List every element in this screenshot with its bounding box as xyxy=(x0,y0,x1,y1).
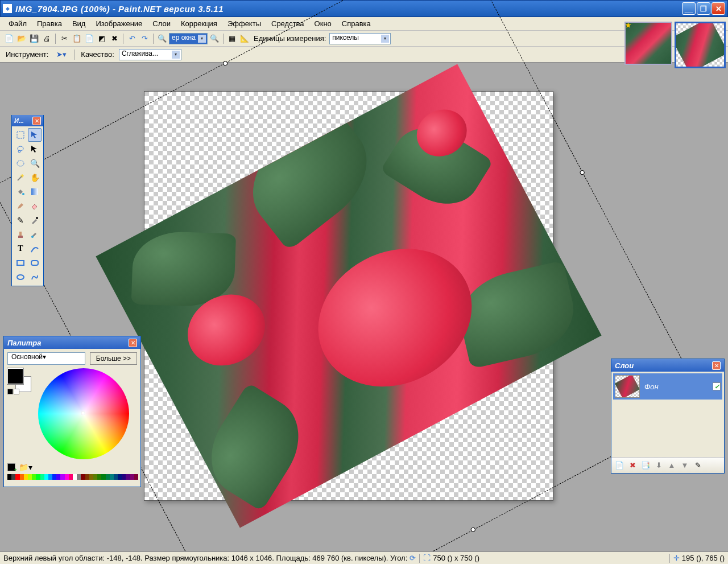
layers-panel-title[interactable]: Слои ✕ xyxy=(611,359,724,372)
swatch[interactable] xyxy=(44,474,48,480)
swatch[interactable] xyxy=(118,474,122,480)
move-selection-tool[interactable] xyxy=(28,128,42,142)
foreground-swatch[interactable] xyxy=(7,368,23,384)
pan-tool[interactable]: ✋ xyxy=(28,171,42,184)
swatch[interactable] xyxy=(36,474,40,480)
gradient-tool[interactable] xyxy=(28,185,42,199)
layers-close-button[interactable]: ✕ xyxy=(712,361,721,370)
swatch[interactable] xyxy=(93,474,97,480)
swatch[interactable] xyxy=(110,474,114,480)
freeform-tool[interactable] xyxy=(28,270,42,284)
duplicate-layer-button[interactable]: 📑 xyxy=(640,460,651,471)
merge-down-button[interactable]: ⬇ xyxy=(653,460,664,471)
eraser-tool[interactable] xyxy=(28,199,42,213)
redo-button[interactable]: ↷ xyxy=(139,33,150,44)
swatch[interactable] xyxy=(114,474,118,480)
rect-select-tool[interactable] xyxy=(14,128,27,142)
wheel-cursor[interactable] xyxy=(81,411,85,415)
swatch[interactable] xyxy=(7,474,11,480)
lasso-tool[interactable] xyxy=(14,142,27,156)
swatch[interactable] xyxy=(134,474,138,480)
swatch[interactable] xyxy=(122,474,126,480)
rectangle-tool[interactable] xyxy=(14,256,27,270)
swatch[interactable] xyxy=(81,474,85,480)
minimize-button[interactable]: __ xyxy=(682,2,696,15)
canvas[interactable] xyxy=(144,91,553,501)
ellipse-tool[interactable] xyxy=(14,270,27,284)
swatch-grid[interactable] xyxy=(7,474,138,483)
swatch[interactable] xyxy=(56,474,60,480)
brush-tool[interactable] xyxy=(14,199,27,213)
recolor-tool[interactable] xyxy=(28,228,42,241)
tools-panel-title[interactable]: И... ✕ xyxy=(12,115,43,126)
copy-button[interactable]: 📋 xyxy=(71,33,82,44)
swatch[interactable] xyxy=(40,474,44,480)
colors-panel-title[interactable]: Палитра ✕ xyxy=(4,336,140,349)
menu-help[interactable]: Справка xyxy=(337,18,376,29)
move-pixels-tool[interactable] xyxy=(28,142,42,156)
layer-visibility-checkbox[interactable]: ✓ xyxy=(713,382,721,390)
swatch[interactable] xyxy=(48,474,52,480)
zoom-combo[interactable]: ер окна▾ xyxy=(169,33,208,44)
ellipse-select-tool[interactable] xyxy=(14,157,27,170)
crop-button[interactable]: ◩ xyxy=(96,33,107,44)
mini-swatches[interactable] xyxy=(7,389,19,394)
new-button[interactable]: 📄 xyxy=(3,33,15,44)
print-button[interactable]: 🖨 xyxy=(41,33,52,44)
zoom-tool[interactable]: 🔍 xyxy=(28,157,42,170)
layer-row[interactable]: Фон ✓ xyxy=(613,373,722,400)
zoom-in-button[interactable]: 🔍 xyxy=(209,33,220,44)
swatch[interactable] xyxy=(97,474,101,480)
delete-layer-button[interactable]: ✖ xyxy=(627,460,638,471)
menu-adjustments[interactable]: Коррекция xyxy=(176,18,222,29)
text-tool[interactable]: T xyxy=(14,242,27,256)
swatch[interactable] xyxy=(130,474,134,480)
colors-close-button[interactable]: ✕ xyxy=(129,339,137,347)
close-button[interactable]: ✕ xyxy=(712,2,725,15)
swatch[interactable] xyxy=(60,474,64,480)
menu-effects[interactable]: Эффекты xyxy=(222,18,266,29)
menu-tools[interactable]: Средства xyxy=(266,18,309,29)
swatch[interactable] xyxy=(77,474,81,480)
move-up-button[interactable]: ▲ xyxy=(666,460,677,471)
color-picker-tool[interactable] xyxy=(28,213,42,227)
image-list-item-active[interactable] xyxy=(675,22,726,68)
swatch[interactable] xyxy=(106,474,110,480)
layer-properties-button[interactable]: ✎ xyxy=(692,460,704,471)
paint-bucket-tool[interactable] xyxy=(14,185,27,199)
menu-window[interactable]: Окно xyxy=(309,18,337,29)
swatch[interactable] xyxy=(11,474,15,480)
units-combo[interactable]: пикселы▾ xyxy=(329,33,391,44)
tools-close-button[interactable]: ✕ xyxy=(32,117,41,125)
menu-layers[interactable]: Слои xyxy=(147,18,176,29)
line-tool[interactable] xyxy=(28,242,42,256)
swatch[interactable] xyxy=(15,474,19,480)
swatch[interactable] xyxy=(52,474,56,480)
swatch[interactable] xyxy=(32,474,36,480)
swatch[interactable] xyxy=(73,474,77,480)
swatch[interactable] xyxy=(89,474,93,480)
selection-handle[interactable] xyxy=(470,526,476,533)
swatch[interactable] xyxy=(20,474,24,480)
menu-view[interactable]: Вид xyxy=(67,18,91,29)
palette-menu-button[interactable]: 📁▾ xyxy=(19,463,32,472)
current-tool-button[interactable]: ➤▾ xyxy=(53,49,70,60)
cut-button[interactable]: ✂ xyxy=(59,33,70,44)
move-down-button[interactable]: ▼ xyxy=(679,460,690,471)
undo-button[interactable]: ↶ xyxy=(126,33,138,44)
paste-button[interactable]: 📄 xyxy=(84,33,95,44)
quality-combo[interactable]: Сглажива...▾ xyxy=(119,49,181,60)
rounded-rect-tool[interactable] xyxy=(28,256,42,270)
swatch[interactable] xyxy=(65,474,69,480)
menu-edit[interactable]: Правка xyxy=(32,18,67,29)
image-list-item[interactable] xyxy=(624,22,672,65)
menu-image[interactable]: Изображение xyxy=(90,18,147,29)
open-button[interactable]: 📂 xyxy=(16,33,27,44)
add-layer-button[interactable]: 📄 xyxy=(614,460,625,471)
swatch[interactable] xyxy=(85,474,89,480)
swatch[interactable] xyxy=(101,474,105,480)
color-wheel[interactable] xyxy=(38,368,129,459)
pencil-tool[interactable]: ✎ xyxy=(14,213,27,227)
menu-file[interactable]: Файл xyxy=(3,18,32,29)
swatch[interactable] xyxy=(24,474,28,480)
